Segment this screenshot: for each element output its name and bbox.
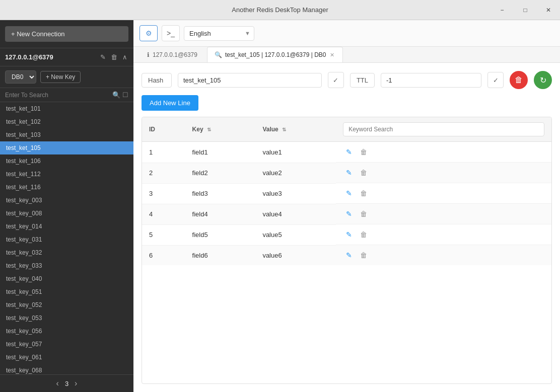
key-list-item[interactable]: test_ket_105 xyxy=(0,141,133,154)
key-list-item[interactable]: test_key_061 xyxy=(0,351,133,364)
db-select[interactable]: DB0DB1DB2DB3 xyxy=(5,70,36,84)
tab-key[interactable]: 🔍 test_ket_105 | 127.0.0.1@6379 | DB0 ✕ xyxy=(207,47,343,62)
add-new-line-button[interactable]: Add New Line xyxy=(142,95,198,111)
table-row: 2field2value2✎🗑 xyxy=(142,163,551,183)
cell-id: 5 xyxy=(142,224,185,245)
window-controls: − □ ✕ xyxy=(491,0,560,20)
key-list-item[interactable]: test_key_033 xyxy=(0,259,133,272)
sidebar: + New Connection 127.0.0.1@6379 ✎ 🗑 ∧ DB… xyxy=(0,20,133,392)
key-list-item[interactable]: test_key_051 xyxy=(0,285,133,298)
key-name-confirm-button[interactable]: ✓ xyxy=(328,72,344,88)
ttl-input[interactable] xyxy=(381,73,481,88)
cell-actions: ✎🗑 xyxy=(336,163,551,183)
row-edit-button[interactable]: ✎ xyxy=(343,147,355,157)
search-input[interactable] xyxy=(5,92,110,99)
tab-info[interactable]: ℹ 127.0.0.1@6379 xyxy=(139,47,205,62)
cell-id: 2 xyxy=(142,163,185,183)
key-list-item[interactable]: test_ket_112 xyxy=(0,168,133,181)
key-list: test_ket_101test_ket_102test_ket_103test… xyxy=(0,102,133,374)
key-list-item[interactable]: test_ket_116 xyxy=(0,181,133,194)
connection-header: 127.0.0.1@6379 ✎ 🗑 ∧ xyxy=(0,48,133,66)
keyword-search-input[interactable] xyxy=(343,122,544,136)
close-button[interactable]: ✕ xyxy=(537,0,560,20)
settings-icon-button[interactable]: ⚙ xyxy=(139,25,158,41)
key-list-item[interactable]: test_key_056 xyxy=(0,325,133,338)
filter-button[interactable]: ☐ xyxy=(122,91,128,99)
key-name-input[interactable] xyxy=(178,73,322,88)
cell-actions: ✎🗑 xyxy=(336,245,551,265)
key-list-item[interactable]: test_key_031 xyxy=(0,233,133,246)
key-list-item[interactable]: test_ket_102 xyxy=(0,115,133,128)
connection-actions: ✎ 🗑 ∧ xyxy=(99,52,128,62)
edit-connection-button[interactable]: ✎ xyxy=(99,52,107,62)
key-list-item[interactable]: test_key_003 xyxy=(0,194,133,207)
app-title: Another Redis DeskTop Manager xyxy=(232,6,328,14)
prev-page-button[interactable]: ‹ xyxy=(56,379,59,388)
key-list-item[interactable]: test_ket_106 xyxy=(0,154,133,168)
key-list-item[interactable]: test_key_014 xyxy=(0,220,133,233)
cell-id: 6 xyxy=(142,245,185,265)
row-delete-button[interactable]: 🗑 xyxy=(357,209,370,219)
table-row: 3field3value3✎🗑 xyxy=(142,183,551,204)
table-row: 5field5value5✎🗑 xyxy=(142,224,551,245)
row-delete-button[interactable]: 🗑 xyxy=(357,188,370,198)
row-delete-button[interactable]: 🗑 xyxy=(357,229,370,240)
current-page: 3 xyxy=(65,380,68,387)
row-edit-button[interactable]: ✎ xyxy=(343,188,355,198)
db-toolbar: DB0DB1DB2DB3 + New Key xyxy=(0,66,133,88)
cell-value: value6 xyxy=(255,245,336,265)
cell-id: 3 xyxy=(142,183,185,204)
tab-close-icon[interactable]: ✕ xyxy=(329,52,335,58)
col-id: ID xyxy=(142,117,185,142)
key-list-item[interactable]: test_ket_101 xyxy=(0,102,133,115)
row-edit-button[interactable]: ✎ xyxy=(343,209,355,219)
delete-connection-button[interactable]: 🗑 xyxy=(110,52,118,62)
cell-value: value1 xyxy=(255,142,336,163)
data-table: ID Key ⇅ Value ⇅ 1field1value1✎🗑2field2v… xyxy=(142,117,551,265)
sidebar-pagination: ‹ 3 › xyxy=(0,374,133,392)
collapse-connection-button[interactable]: ∧ xyxy=(121,52,128,62)
info-icon: ℹ xyxy=(147,51,150,58)
cell-value: value4 xyxy=(255,204,336,224)
key-meta-row: Hash ✓ TTL ✓ 🗑 ↻ xyxy=(142,71,552,89)
main-content: ⚙ >_ English中文Español ▼ ℹ 127.0.0.1@6379… xyxy=(133,20,560,392)
row-delete-button[interactable]: 🗑 xyxy=(357,147,370,157)
row-delete-button[interactable]: 🗑 xyxy=(357,250,370,260)
new-connection-button[interactable]: + New Connection xyxy=(5,26,128,42)
search-icon-button[interactable]: 🔍 xyxy=(112,91,120,99)
key-list-item[interactable]: test_key_032 xyxy=(0,246,133,259)
key-list-item[interactable]: test_key_052 xyxy=(0,298,133,311)
row-edit-button[interactable]: ✎ xyxy=(343,250,355,260)
data-table-container: ID Key ⇅ Value ⇅ 1field1value1✎🗑2field2v… xyxy=(142,117,552,384)
key-list-item[interactable]: test_key_040 xyxy=(0,272,133,285)
cell-key: field2 xyxy=(185,163,256,183)
cell-value: value3 xyxy=(255,183,336,204)
tab-label: 127.0.0.1@6379 xyxy=(153,51,197,58)
cell-id: 1 xyxy=(142,142,185,163)
ttl-confirm-button[interactable]: ✓ xyxy=(487,72,504,88)
refresh-button[interactable]: ↻ xyxy=(534,71,552,89)
value-sort-icon: ⇅ xyxy=(282,127,286,132)
row-edit-button[interactable]: ✎ xyxy=(343,168,355,178)
search-bar: 🔍 ☐ xyxy=(0,88,133,102)
key-list-item[interactable]: test_key_053 xyxy=(0,311,133,325)
table-row: 1field1value1✎🗑 xyxy=(142,142,551,163)
key-list-item[interactable]: test_key_057 xyxy=(0,338,133,351)
new-key-button[interactable]: + New Key xyxy=(40,71,81,83)
minimize-button[interactable]: − xyxy=(491,0,514,20)
cell-actions: ✎🗑 xyxy=(336,224,551,245)
cell-actions: ✎🗑 xyxy=(336,142,551,163)
language-select[interactable]: English中文Español xyxy=(184,26,254,41)
delete-key-button[interactable]: 🗑 xyxy=(510,71,528,89)
next-page-button[interactable]: › xyxy=(75,379,77,388)
cell-value: value2 xyxy=(255,163,336,183)
terminal-icon-button[interactable]: >_ xyxy=(162,25,180,41)
cell-key: field4 xyxy=(185,204,256,224)
key-list-item[interactable]: test_key_068 xyxy=(0,364,133,374)
key-list-item[interactable]: test_key_008 xyxy=(0,207,133,220)
maximize-button[interactable]: □ xyxy=(514,0,537,20)
connection-name: 127.0.0.1@6379 xyxy=(5,53,53,61)
row-delete-button[interactable]: 🗑 xyxy=(357,168,370,178)
key-list-item[interactable]: test_ket_103 xyxy=(0,128,133,141)
row-edit-button[interactable]: ✎ xyxy=(343,229,355,240)
